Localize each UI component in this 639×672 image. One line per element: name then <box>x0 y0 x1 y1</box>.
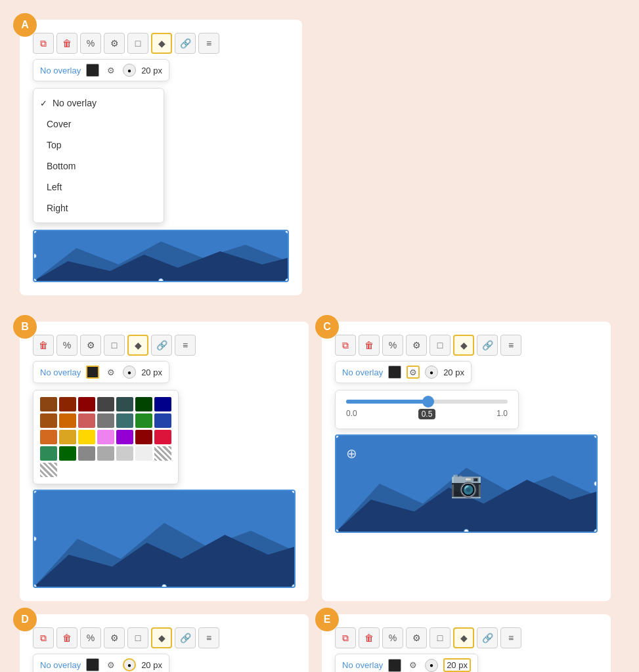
dropdown-item-right[interactable]: Right <box>33 198 164 219</box>
tb-c-overlay-btn[interactable]: ◆ <box>453 335 474 356</box>
dropdown-item-cover[interactable]: Cover <box>33 114 164 135</box>
overlay-gear-b[interactable]: ⚙ <box>104 366 118 379</box>
overlay-label-e[interactable]: No overlay <box>342 660 383 670</box>
tb-d-percent-btn[interactable]: % <box>80 627 101 648</box>
handle-bm-b[interactable] <box>162 584 167 588</box>
tb-d-copy-btn[interactable]: ⧉ <box>33 627 54 648</box>
overlay-px-d[interactable]: 20 px <box>141 660 162 670</box>
tb-b-delete-btn[interactable]: 🗑 <box>33 335 54 356</box>
color-swatch-b-item[interactable] <box>97 397 114 411</box>
overlay-circle-b[interactable]: ● <box>123 366 136 379</box>
tb-c-delete-btn[interactable]: 🗑 <box>359 335 380 356</box>
tb-d-layers-btn[interactable]: ≡ <box>198 627 219 648</box>
color-swatch-b-item[interactable] <box>135 430 152 444</box>
overlay-label-c[interactable]: No overlay <box>342 368 383 377</box>
color-swatch-b-item[interactable] <box>59 413 76 428</box>
dropdown-item-bottom[interactable]: Bottom <box>33 156 164 177</box>
tb-e-copy-btn[interactable]: ⧉ <box>335 627 356 648</box>
tb-d-link-btn[interactable]: 🔗 <box>175 627 196 648</box>
color-swatch-d[interactable] <box>86 658 99 671</box>
overlay-label-a[interactable]: No overlay <box>40 66 81 75</box>
handle-bm-c[interactable] <box>464 529 469 533</box>
color-swatch-b-item[interactable] <box>40 446 57 461</box>
tb-c-square-btn[interactable]: □ <box>430 335 451 356</box>
tb-e-overlay-btn[interactable]: ◆ <box>453 627 474 648</box>
dropdown-item-left[interactable]: Left <box>33 177 164 198</box>
handle-tr-a[interactable] <box>285 230 289 234</box>
color-swatch-b-item[interactable] <box>116 446 133 461</box>
tb-b-gear-btn[interactable]: ⚙ <box>80 335 101 356</box>
color-swatch-b-item[interactable] <box>97 446 114 461</box>
slider-track-c[interactable] <box>346 400 508 404</box>
tb-c-layers-btn[interactable]: ≡ <box>500 335 521 356</box>
color-swatch-b-item[interactable] <box>97 413 114 428</box>
overlay-gear-d[interactable]: ⚙ <box>104 658 118 671</box>
tb-d-delete-btn[interactable]: 🗑 <box>56 627 77 648</box>
color-swatch-b-item[interactable] <box>78 446 95 461</box>
tb-d-gear-btn[interactable]: ⚙ <box>104 627 125 648</box>
color-swatch-b-item[interactable] <box>116 413 133 428</box>
tb-percent-btn[interactable]: % <box>80 33 101 54</box>
tb-e-gear-btn[interactable]: ⚙ <box>406 627 427 648</box>
color-swatch-b-item[interactable] <box>59 397 76 411</box>
overlay-gear-a[interactable]: ⚙ <box>104 64 118 77</box>
color-swatch-b-item[interactable] <box>154 397 171 411</box>
tb-c-percent-btn[interactable]: % <box>382 335 403 356</box>
tb-e-delete-btn[interactable]: 🗑 <box>359 627 380 648</box>
overlay-px-b[interactable]: 20 px <box>141 368 162 377</box>
color-swatch-b-item[interactable] <box>78 430 95 444</box>
tb-c-copy-btn[interactable]: ⧉ <box>335 335 356 356</box>
handle-bl-a[interactable] <box>33 278 37 282</box>
tb-link-btn[interactable]: 🔗 <box>175 33 196 54</box>
overlay-px-c[interactable]: 20 px <box>443 368 464 377</box>
tb-copy-btn[interactable]: ⧉ <box>33 33 54 54</box>
tb-b-link-btn[interactable]: 🔗 <box>151 335 172 356</box>
handle-mr-c[interactable] <box>594 481 598 486</box>
color-swatch-b-item[interactable] <box>154 446 171 461</box>
color-swatch-b-item[interactable] <box>135 397 152 411</box>
color-swatch-b-item[interactable] <box>116 397 133 411</box>
color-swatch-c[interactable] <box>388 366 401 379</box>
handle-bm-a[interactable] <box>158 278 164 282</box>
tb-e-link-btn[interactable]: 🔗 <box>477 627 498 648</box>
handle-bl-c[interactable] <box>335 529 339 533</box>
color-swatch-b-item[interactable] <box>97 430 114 444</box>
tb-e-layers-btn[interactable]: ≡ <box>500 627 521 648</box>
overlay-circle-e[interactable]: ● <box>425 659 438 672</box>
color-swatch-b-item[interactable] <box>78 413 95 428</box>
color-swatch-b-item[interactable] <box>135 446 152 461</box>
handle-tr-b[interactable] <box>292 490 296 494</box>
tb-b-percent-btn[interactable]: % <box>56 335 77 356</box>
overlay-gear-c[interactable]: ⚙ <box>407 366 420 379</box>
tb-layers-btn[interactable]: ≡ <box>198 33 219 54</box>
color-swatch-b-item[interactable] <box>40 430 57 444</box>
color-swatch-b-item[interactable] <box>40 397 57 411</box>
overlay-px-a[interactable]: 20 px <box>141 66 162 75</box>
color-swatch-a[interactable] <box>86 64 99 77</box>
color-swatch-b-item[interactable] <box>40 463 57 477</box>
color-swatch-b-item[interactable] <box>59 446 76 461</box>
overlay-label-d[interactable]: No overlay <box>40 660 81 670</box>
tb-b-overlay-btn[interactable]: ◆ <box>127 335 148 356</box>
handle-br-a[interactable] <box>285 278 289 282</box>
tb-c-gear-btn[interactable]: ⚙ <box>406 335 427 356</box>
color-swatch-b-item[interactable] <box>154 413 171 428</box>
overlay-px-e[interactable]: 20 px <box>443 658 471 672</box>
overlay-circle-a[interactable]: ● <box>123 64 136 77</box>
overlay-circle-c[interactable]: ● <box>425 366 438 379</box>
overlay-circle-d[interactable]: ● <box>123 658 136 671</box>
tb-overlay-btn[interactable]: ◆ <box>151 33 172 54</box>
color-swatch-e[interactable] <box>388 659 401 672</box>
handle-br-c[interactable] <box>594 529 598 533</box>
dropdown-item-top[interactable]: Top <box>33 135 164 156</box>
tb-d-overlay-btn[interactable]: ◆ <box>151 627 172 648</box>
color-swatch-b-item[interactable] <box>59 430 76 444</box>
slider-thumb-c[interactable] <box>422 396 434 408</box>
color-swatch-b[interactable] <box>86 366 99 379</box>
handle-br-b[interactable] <box>292 584 296 588</box>
color-swatch-b-item[interactable] <box>40 413 57 428</box>
tb-e-square-btn[interactable]: □ <box>430 627 451 648</box>
tb-b-layers-btn[interactable]: ≡ <box>175 335 196 356</box>
tb-c-link-btn[interactable]: 🔗 <box>477 335 498 356</box>
color-swatch-b-item[interactable] <box>78 397 95 411</box>
